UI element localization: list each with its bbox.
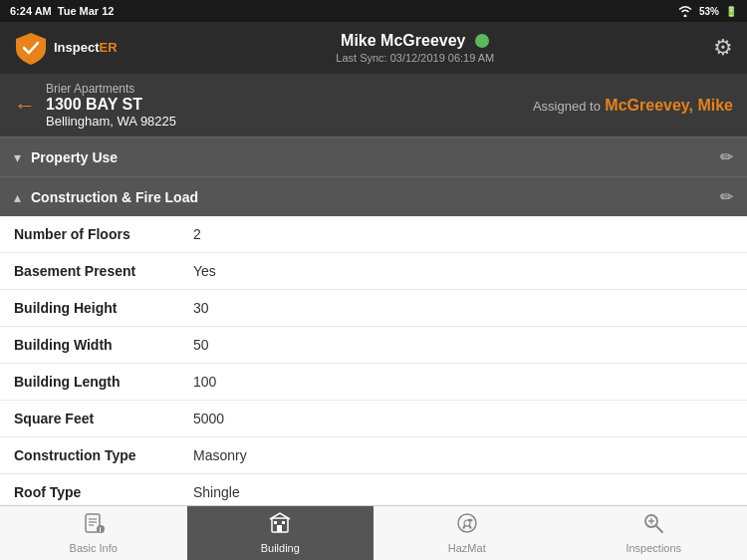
assigned-name: McGreevey, Mike	[605, 97, 733, 114]
svg-line-13	[656, 526, 663, 533]
chevron-property-use: ▾	[14, 149, 21, 165]
status-bar: 6:24 AM Tue Mar 12 53% 🔋	[0, 0, 747, 22]
property-name: Brier Apartments	[46, 82, 533, 96]
edit-icon-property-use[interactable]: ✏	[720, 147, 733, 166]
row-value-1: Yes	[193, 263, 216, 279]
row-value-4: 100	[193, 374, 216, 390]
status-bar-left: 6:24 AM Tue Mar 12	[10, 5, 114, 17]
row-value-2: 30	[193, 300, 209, 316]
row-value-3: 50	[193, 337, 209, 353]
row-label-0: Number of Floors	[14, 226, 193, 242]
battery-icon: 🔋	[725, 6, 737, 17]
time-display: 6:24 AM	[10, 5, 52, 17]
nav-hazmat[interactable]: HazMat	[374, 506, 561, 560]
section-header-left-2: ▴ Construction & Fire Load	[14, 189, 198, 205]
chevron-construction: ▴	[14, 189, 21, 205]
header: InspectER Mike McGreevey Last Sync: 03/1…	[0, 22, 747, 74]
svg-point-10	[458, 514, 476, 532]
property-address: 1300 BAY ST	[46, 96, 533, 114]
building-icon	[269, 512, 291, 539]
status-bar-right: 53% 🔋	[677, 5, 737, 17]
assigned-to-label: Assigned to	[533, 99, 601, 114]
nav-building[interactable]: Building	[187, 506, 374, 560]
hazmat-icon	[456, 512, 478, 539]
svg-text:i: i	[99, 526, 101, 533]
app-name-text: InspectER	[54, 40, 118, 56]
battery-display: 53%	[699, 6, 719, 17]
nav-inspections[interactable]: Inspections	[561, 506, 748, 560]
property-bar: ← Brier Apartments 1300 BAY ST Bellingha…	[0, 74, 747, 137]
wifi-icon	[677, 5, 693, 17]
row-label-3: Building Width	[14, 337, 193, 353]
section-property-use[interactable]: ▾ Property Use ✏	[0, 137, 747, 176]
back-button[interactable]: ←	[14, 93, 36, 119]
assignment-area: Assigned to McGreevey, Mike	[533, 97, 733, 115]
row-value-6: Masonry	[193, 447, 247, 463]
gear-icon: ⚙	[713, 35, 733, 60]
section-header-left: ▾ Property Use	[14, 149, 118, 165]
basic-info-icon: i	[83, 512, 105, 539]
construction-data-section: Number of Floors 2 Basement Present Yes …	[0, 216, 747, 510]
row-label-7: Roof Type	[14, 484, 193, 500]
nav-label-building: Building	[261, 542, 300, 554]
construction-row-4: Building Length 100	[0, 364, 747, 401]
svg-rect-9	[282, 521, 285, 524]
row-label-2: Building Height	[14, 300, 193, 316]
row-label-5: Square Feet	[14, 411, 193, 426]
construction-row-2: Building Height 30	[0, 290, 747, 327]
date-display: Tue Mar 12	[58, 5, 115, 17]
content-area: ▾ Property Use ✏ ▴ Construction & Fire L…	[0, 137, 747, 510]
last-sync-display: Last Sync: 03/12/2019 06:19 AM	[118, 52, 713, 64]
nav-label-inspections: Inspections	[625, 542, 681, 554]
svg-rect-8	[274, 521, 277, 524]
construction-row-3: Building Width 50	[0, 327, 747, 364]
section-construction-fire-load[interactable]: ▴ Construction & Fire Load ✏	[0, 176, 747, 216]
row-value-5: 5000	[193, 411, 224, 426]
nav-label-hazmat: HazMat	[448, 542, 486, 554]
logo-area: InspectER	[14, 31, 118, 65]
svg-rect-7	[277, 525, 282, 532]
construction-row-6: Construction Type Masonry	[0, 437, 747, 474]
nav-basic-info[interactable]: i Basic Info	[0, 506, 187, 560]
username-display: Mike McGreevey	[118, 32, 713, 50]
row-label-4: Building Length	[14, 374, 193, 390]
section-title-property-use: Property Use	[31, 149, 118, 165]
settings-button[interactable]: ⚙	[713, 35, 733, 61]
row-value-0: 2	[193, 226, 201, 242]
header-center: Mike McGreevey Last Sync: 03/12/2019 06:…	[118, 32, 713, 64]
row-value-7: Shingle	[193, 484, 240, 500]
nav-label-basic-info: Basic Info	[70, 542, 118, 554]
construction-row-5: Square Feet 5000	[0, 401, 747, 437]
row-label-6: Construction Type	[14, 447, 193, 463]
section-title-construction: Construction & Fire Load	[31, 189, 198, 205]
property-info: Brier Apartments 1300 BAY ST Bellingham,…	[46, 82, 533, 129]
inspections-icon	[642, 512, 664, 539]
app-logo	[14, 31, 48, 65]
row-label-1: Basement Present	[14, 263, 193, 279]
verified-badge	[475, 34, 489, 48]
edit-icon-construction[interactable]: ✏	[720, 187, 733, 206]
construction-row-0: Number of Floors 2	[0, 216, 747, 253]
back-arrow-icon: ←	[14, 93, 36, 118]
property-city-state: Bellingham, WA 98225	[46, 114, 533, 129]
bottom-nav: i Basic Info Building HazM	[0, 505, 747, 560]
construction-row-1: Basement Present Yes	[0, 253, 747, 290]
